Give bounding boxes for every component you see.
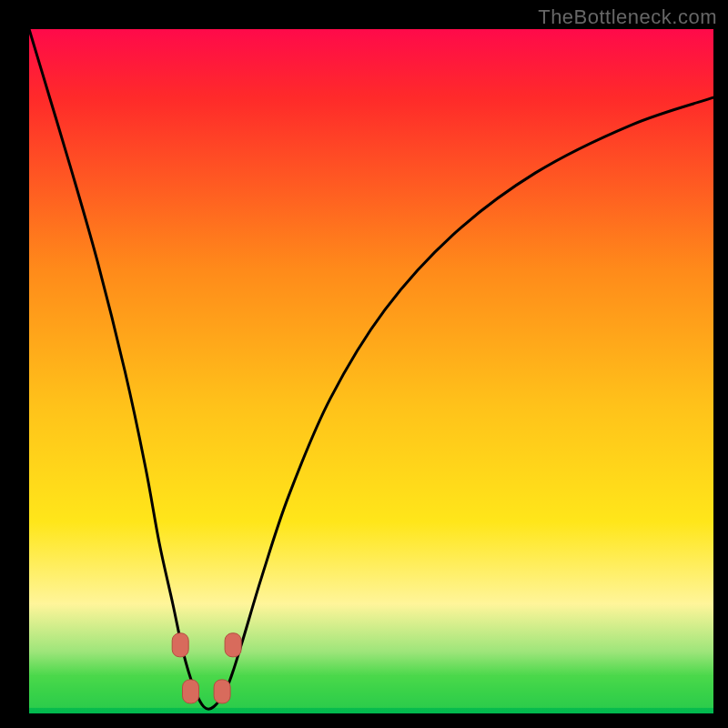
chart-container: TheBottleneck.com xyxy=(0,0,728,728)
marker-right-lower xyxy=(214,680,230,703)
plot-background xyxy=(29,29,713,713)
marker-left-upper xyxy=(172,633,188,657)
green-zone-band xyxy=(29,676,713,708)
marker-right-upper xyxy=(225,633,241,657)
marker-left-lower xyxy=(183,680,199,703)
bottleneck-chart-svg xyxy=(0,0,728,728)
